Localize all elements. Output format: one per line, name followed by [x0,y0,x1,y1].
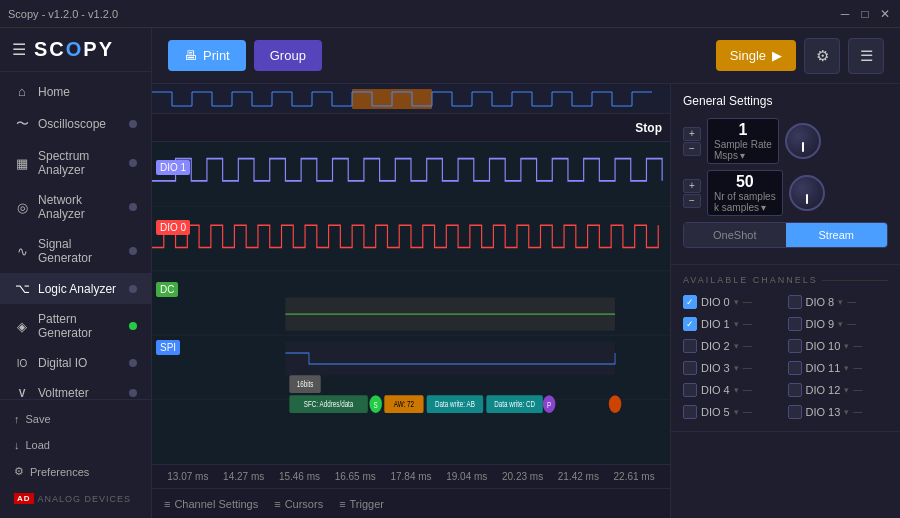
waveform-svg: 16bits SFC: Addres/data S AW: 72 Data wr… [152,142,670,464]
sidebar-item-signal[interactable]: ∿ Signal Generator [0,229,151,273]
nr-samples-minus[interactable]: − [683,194,701,208]
dio3-chevron-icon[interactable]: ▾ [734,363,739,373]
sidebar-item-spectrum[interactable]: ▦ Spectrum Analyzer [0,141,151,185]
tick-8: 22.61 ms [606,471,662,482]
dio10-chevron-icon[interactable]: ▾ [844,341,849,351]
dio12-checkbox[interactable] [788,383,802,397]
svg-point-21 [609,395,622,413]
oneshot-button[interactable]: OneShot [684,223,786,247]
digital-dot [129,359,137,367]
sidebar-item-logic[interactable]: ⌥ Logic Analyzer [0,273,151,304]
plot-area: Stop DIO 1 DIO 0 DC SPI [152,84,670,518]
oscilloscope-canvas: DIO 1 DIO 0 DC SPI [152,142,670,464]
dio1-chevron-icon[interactable]: ▾ [734,319,739,329]
channel-item-dio5: DIO 5 ▾ — [683,403,784,421]
dio8-checkbox[interactable] [788,295,802,309]
overview-waveform [152,84,670,114]
sample-rate-minus[interactable]: − [683,142,701,156]
dio2-checkbox[interactable] [683,339,697,353]
dio0-chevron-icon[interactable]: ▾ [734,297,739,307]
stream-button[interactable]: Stream [786,223,888,247]
sidebar-item-voltmeter[interactable]: V Voltmeter [0,378,151,399]
group-button[interactable]: Group [254,40,322,71]
stop-button[interactable]: Stop [635,121,662,135]
minimize-button[interactable]: ─ [838,7,852,21]
settings-icon-button[interactable]: ⚙ [804,38,840,74]
dio13-checkbox[interactable] [788,405,802,419]
channels-header: AVAILABLE CHANNELS [683,275,888,285]
sidebar-footer: ↑ Save ↓ Load ⚙ Preferences AD ANALOG DE… [0,399,151,518]
sidebar-item-network[interactable]: ◎ Network Analyzer [0,185,151,229]
nr-samples-unit: k samples ▾ [714,202,776,213]
print-button[interactable]: 🖶 Print [168,40,246,71]
load-button[interactable]: ↓ Load [14,434,137,456]
tick-6: 20.23 ms [495,471,551,482]
sidebar-item-pattern[interactable]: ◈ Pattern Generator [0,304,151,348]
channel-settings-button[interactable]: ≡ Channel Settings [164,498,258,510]
dio5-chevron-icon[interactable]: ▾ [734,407,739,417]
dio11-checkbox[interactable] [788,361,802,375]
sample-rate-box: 1 Sample Rate Msps ▾ [707,118,779,164]
dio2-chevron-icon[interactable]: ▾ [734,341,739,351]
channel-label-dio1[interactable]: DIO 1 [156,160,190,175]
dio10-dash: — [853,341,862,351]
dio4-chevron-icon[interactable]: ▾ [734,385,739,395]
dio12-chevron-icon[interactable]: ▾ [844,385,849,395]
channel-label-spi[interactable]: SPI [156,340,180,355]
dio3-checkbox[interactable] [683,361,697,375]
svg-text:16bits: 16bits [297,379,314,389]
dio9-chevron-icon[interactable]: ▾ [838,319,843,329]
dio4-checkbox[interactable] [683,383,697,397]
hamburger-icon[interactable]: ☰ [12,40,26,59]
nr-samples-row: + − 50 Nr of samples k samples ▾ [683,170,888,216]
sample-rate-label: Sample Rate [714,139,772,150]
save-button[interactable]: ↑ Save [14,408,137,430]
dio5-checkbox[interactable] [683,405,697,419]
tick-2: 15.46 ms [272,471,328,482]
dio4-dash: — [743,385,752,395]
signal-icon: ∿ [14,244,30,259]
channel-label-dio0[interactable]: DIO 0 [156,220,190,235]
home-icon: ⌂ [14,84,30,99]
digital-icon: IO [14,358,30,369]
dio0-checkbox[interactable] [683,295,697,309]
nr-samples-knob[interactable] [789,175,825,211]
menu-icon-button[interactable]: ☰ [848,38,884,74]
dio13-chevron-icon[interactable]: ▾ [844,407,849,417]
dio3-dash: — [743,363,752,373]
tick-3: 16.65 ms [327,471,383,482]
sample-rate-knob[interactable] [785,123,821,159]
preferences-button[interactable]: ⚙ Preferences [14,460,137,483]
sidebar-item-oscilloscope[interactable]: 〜 Oscilloscope [0,107,151,141]
cursors-button[interactable]: ≡ Cursors [274,498,323,510]
channel-item-dio0: DIO 0 ▾ — [683,293,784,311]
dio1-checkbox[interactable] [683,317,697,331]
oscilloscope-dot [129,120,137,128]
svg-text:Data write: CD: Data write: CD [494,399,535,409]
nr-samples-plus[interactable]: + [683,179,701,193]
sample-rate-unit: Msps ▾ [714,150,772,161]
sample-rate-chevron-icon[interactable]: ▾ [740,150,745,161]
dio9-checkbox[interactable] [788,317,802,331]
timeline-axis: 13.07 ms 14.27 ms 15.46 ms 16.65 ms 17.8… [152,464,670,488]
channel-label-dc[interactable]: DC [156,282,178,297]
nr-samples-chevron-icon[interactable]: ▾ [761,202,766,213]
dio10-checkbox[interactable] [788,339,802,353]
pattern-icon: ◈ [14,319,30,334]
dio2-dash: — [743,341,752,351]
sample-rate-plus[interactable]: + [683,127,701,141]
trigger-button[interactable]: ≡ Trigger [339,498,384,510]
signal-dot [129,247,137,255]
maximize-button[interactable]: □ [858,7,872,21]
pattern-dot [129,322,137,330]
network-dot [129,203,137,211]
sidebar-item-home[interactable]: ⌂ Home [0,76,151,107]
print-icon: 🖶 [184,48,197,63]
single-button[interactable]: Single ▶ [716,40,796,71]
dio8-chevron-icon[interactable]: ▾ [838,297,843,307]
dio11-chevron-icon[interactable]: ▾ [844,363,849,373]
channel-item-dio12: DIO 12 ▾ — [788,381,889,399]
voltmeter-icon: V [14,388,30,399]
sidebar-item-digital[interactable]: IO Digital IO [0,348,151,378]
close-button[interactable]: ✕ [878,7,892,21]
